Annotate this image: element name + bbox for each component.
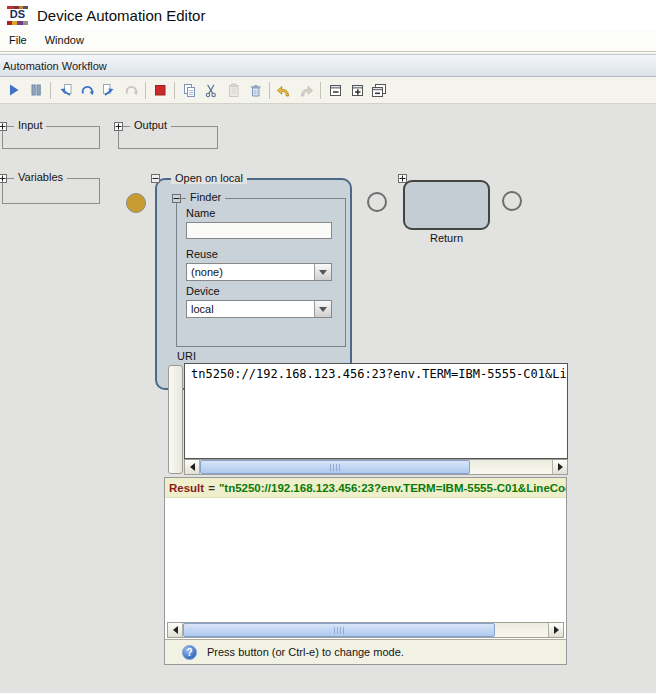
menu-window[interactable]: Window bbox=[36, 31, 93, 51]
title-bar: DS Device Automation Editor bbox=[0, 0, 656, 30]
run-icon[interactable] bbox=[3, 79, 25, 101]
reuse-label: Reuse bbox=[186, 248, 218, 260]
finder-group: Finder Name Reuse (none) Device local bbox=[176, 198, 346, 347]
reuse-dropdown[interactable]: (none) bbox=[186, 263, 332, 281]
logo-letters: DS bbox=[7, 8, 28, 21]
group-input[interactable]: Input bbox=[2, 126, 100, 149]
result-line: Result = "tn5250://192.168.123.456:23?en… bbox=[165, 478, 566, 498]
scrollbar-track[interactable] bbox=[200, 460, 552, 474]
open-node-output-port[interactable] bbox=[367, 192, 387, 212]
device-selected-value: local bbox=[187, 303, 314, 315]
scroll-right-icon[interactable] bbox=[552, 460, 567, 474]
group-output[interactable]: Output bbox=[118, 126, 218, 149]
logo-stripe-bottom bbox=[7, 21, 28, 25]
group-variables[interactable]: Variables bbox=[2, 178, 100, 204]
toolbar-separator bbox=[269, 82, 270, 99]
panel-header: Automation Workflow bbox=[0, 54, 656, 77]
result-value: "tn5250://192.168.123.456:23?env.TERM=IB… bbox=[219, 482, 566, 494]
scroll-right-icon[interactable] bbox=[548, 623, 563, 637]
delete-icon[interactable] bbox=[244, 79, 266, 101]
run-to-return-icon[interactable] bbox=[120, 79, 142, 101]
copy-icon[interactable] bbox=[178, 79, 200, 101]
group-input-label: Input bbox=[14, 119, 46, 131]
return-node-output-port[interactable] bbox=[502, 191, 522, 211]
result-label: Result bbox=[169, 482, 204, 494]
paste-icon[interactable] bbox=[222, 79, 244, 101]
uri-horizontal-scrollbar[interactable] bbox=[184, 459, 568, 475]
scrollbar-grip bbox=[334, 627, 345, 634]
app-logo-icon: DS bbox=[7, 6, 28, 25]
uri-label: URI bbox=[177, 350, 196, 362]
collapse-all-icon[interactable] bbox=[368, 79, 390, 101]
chevron-down-icon[interactable] bbox=[314, 301, 331, 317]
scrollbar-track[interactable] bbox=[183, 623, 548, 637]
cut-icon[interactable] bbox=[200, 79, 222, 101]
status-text: Press button (or Ctrl-e) to change mode. bbox=[207, 646, 404, 658]
redo-icon[interactable] bbox=[295, 79, 317, 101]
scrollbar-thumb[interactable] bbox=[200, 460, 470, 474]
finder-title: Finder bbox=[186, 191, 225, 203]
uri-gutter-handle[interactable] bbox=[168, 365, 183, 474]
result-body[interactable] bbox=[165, 498, 566, 622]
collapse-minus-icon[interactable] bbox=[172, 194, 181, 203]
open-on-local-title: Open on local bbox=[171, 172, 247, 184]
toolbar bbox=[0, 77, 656, 104]
return-node[interactable] bbox=[403, 180, 490, 230]
expand-icon[interactable] bbox=[346, 79, 368, 101]
help-icon[interactable]: ? bbox=[182, 645, 197, 660]
toolbar-separator bbox=[145, 82, 146, 99]
scroll-left-icon[interactable] bbox=[168, 623, 183, 637]
workflow-canvas: Input Output Variables Open on local Fin… bbox=[0, 104, 656, 693]
group-variables-label: Variables bbox=[14, 171, 67, 183]
window-title: Device Automation Editor bbox=[37, 7, 205, 24]
step-over-icon[interactable] bbox=[76, 79, 98, 101]
result-equals: = bbox=[204, 482, 219, 494]
open-on-local-node[interactable]: Open on local Finder Name Reuse (none) D… bbox=[155, 178, 352, 390]
toolbar-separator bbox=[320, 82, 321, 99]
uri-text-area[interactable]: tn5250://192.168.123.456:23?env.TERM=IBM… bbox=[184, 363, 568, 459]
pause-icon[interactable] bbox=[25, 79, 47, 101]
expand-plus-icon[interactable] bbox=[0, 122, 7, 131]
toolbar-separator bbox=[174, 82, 175, 99]
app-window: { "window": { "title": "Device Automatio… bbox=[0, 0, 656, 693]
name-field[interactable] bbox=[186, 222, 332, 239]
device-dropdown[interactable]: local bbox=[186, 300, 332, 318]
result-panel: Result = "tn5250://192.168.123.456:23?en… bbox=[164, 477, 567, 665]
name-label: Name bbox=[186, 207, 215, 219]
step-out-icon[interactable] bbox=[98, 79, 120, 101]
step-into-icon[interactable] bbox=[54, 79, 76, 101]
collapse-minus-icon[interactable] bbox=[151, 174, 160, 183]
device-label: Device bbox=[186, 285, 220, 297]
uri-editor: tn5250://192.168.123.456:23?env.TERM=IBM… bbox=[168, 363, 568, 475]
menu-bar: File Window bbox=[0, 30, 656, 52]
collapse-icon[interactable] bbox=[324, 79, 346, 101]
scroll-left-icon[interactable] bbox=[185, 460, 200, 474]
result-horizontal-scrollbar[interactable] bbox=[167, 622, 564, 638]
return-node-label: Return bbox=[403, 232, 490, 244]
expand-plus-icon[interactable] bbox=[0, 174, 7, 183]
toolbar-separator bbox=[50, 82, 51, 99]
input-port[interactable] bbox=[126, 193, 146, 213]
scrollbar-grip bbox=[330, 464, 341, 471]
scrollbar-thumb[interactable] bbox=[183, 623, 495, 637]
reuse-selected-value: (none) bbox=[187, 266, 314, 278]
chevron-down-icon[interactable] bbox=[314, 264, 331, 280]
expand-plus-icon[interactable] bbox=[114, 122, 123, 131]
undo-icon[interactable] bbox=[273, 79, 295, 101]
group-output-label: Output bbox=[130, 119, 171, 131]
menu-file[interactable]: File bbox=[0, 31, 36, 51]
stop-icon[interactable] bbox=[149, 79, 171, 101]
panel-header-title: Automation Workflow bbox=[3, 60, 107, 72]
status-bar: ? Press button (or Ctrl-e) to change mod… bbox=[165, 639, 566, 664]
